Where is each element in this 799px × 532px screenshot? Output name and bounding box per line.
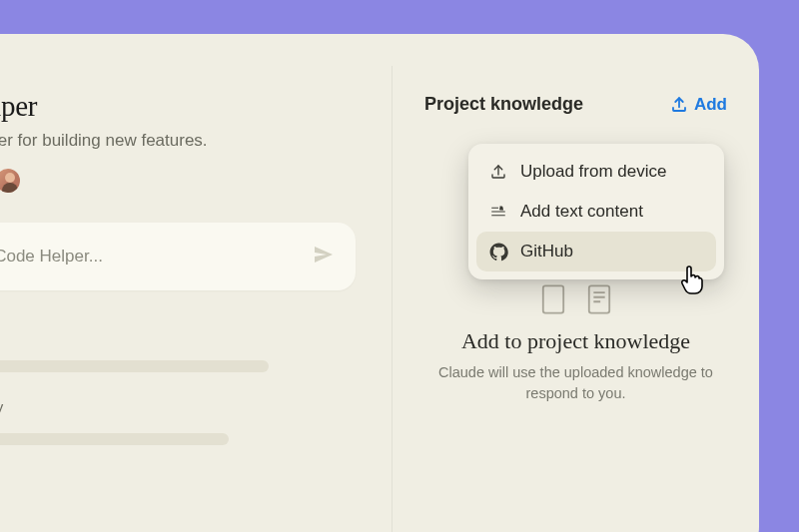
text-icon: a — [488, 202, 508, 222]
panel-header: Project knowledge Add — [424, 94, 727, 115]
send-icon[interactable] — [312, 243, 336, 270]
app-window: Helper ammer for building new features. … — [0, 34, 759, 532]
svg-rect-2 — [588, 285, 608, 312]
add-label: Add — [694, 95, 727, 115]
project-title: Helper — [0, 90, 356, 123]
chat-input-placeholder: n Code Helper... — [0, 247, 312, 266]
svg-text:a: a — [500, 204, 503, 211]
dropdown-item-label: Upload from device — [520, 162, 666, 182]
github-icon — [488, 242, 508, 262]
dropdown-item-upload[interactable]: Upload from device — [476, 152, 716, 192]
placeholder-line — [0, 360, 269, 372]
dropdown-item-label: Add text content — [520, 202, 643, 222]
add-button[interactable]: Add — [670, 95, 727, 115]
upload-icon — [670, 96, 688, 114]
chat-input[interactable]: n Code Helper... — [0, 223, 356, 290]
avatar[interactable] — [0, 167, 22, 195]
placeholder-line — [0, 433, 229, 445]
left-pane: Helper ammer for building new features. … — [0, 34, 392, 532]
panel-title: Project knowledge — [424, 94, 583, 115]
knowledge-heading: Add to project knowledge — [424, 328, 727, 354]
svg-rect-1 — [542, 285, 562, 312]
project-subtitle: ammer for building new features. — [0, 131, 356, 151]
upload-icon — [488, 162, 508, 182]
cursor-pointer-icon — [678, 266, 706, 299]
entry-byline: oy Joy — [0, 398, 356, 415]
knowledge-subtext: Claude will use the uploaded knowledge t… — [424, 362, 727, 404]
dropdown-item-label: GitHub — [520, 242, 573, 262]
knowledge-panel: Project knowledge Add Upload from device… — [392, 66, 759, 532]
add-dropdown: Upload from device a Add text content Gi… — [468, 144, 724, 279]
dropdown-item-text[interactable]: a Add text content — [476, 192, 716, 232]
document-icon — [539, 282, 567, 316]
document-lines-icon — [585, 282, 613, 316]
avatars-row: g — [0, 167, 356, 195]
